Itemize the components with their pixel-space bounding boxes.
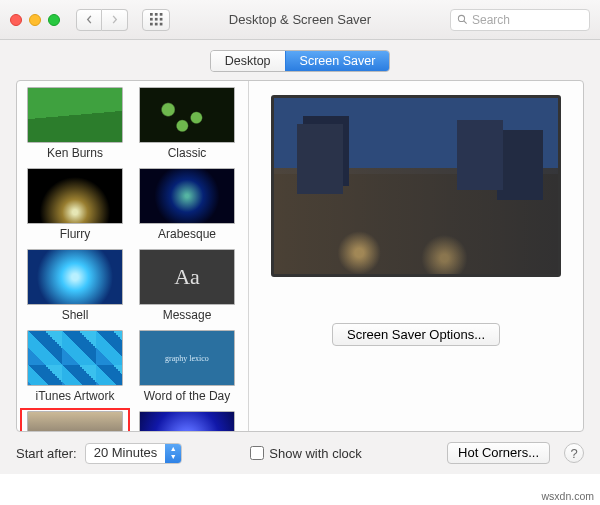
- saver-list[interactable]: Ken BurnsClassicFlurryArabesqueShellAaMe…: [17, 81, 249, 431]
- saver-item-message[interactable]: AaMessage: [133, 247, 241, 326]
- saver-thumb: [27, 249, 123, 305]
- show-with-clock-input[interactable]: [250, 446, 264, 460]
- saver-thumb: [27, 411, 123, 431]
- saver-label: Word of the Day: [141, 389, 233, 405]
- tab-desktop[interactable]: Desktop: [211, 51, 285, 71]
- window-controls: [10, 14, 60, 26]
- saver-item-itunes[interactable]: iTunes Artwork: [21, 328, 129, 407]
- svg-rect-2: [159, 13, 162, 16]
- show-with-clock-checkbox[interactable]: Show with clock: [250, 446, 361, 461]
- hot-corners-button[interactable]: Hot Corners...: [447, 442, 550, 464]
- show-with-clock-label: Show with clock: [269, 446, 361, 461]
- screensaver-options-button[interactable]: Screen Saver Options...: [332, 323, 500, 346]
- search-placeholder: Search: [472, 13, 510, 27]
- zoom-window-button[interactable]: [48, 14, 60, 26]
- saver-thumb: [27, 168, 123, 224]
- watermark: wsxdn.com: [541, 490, 594, 502]
- saver-label: Shell: [59, 308, 92, 324]
- saver-label: Classic: [165, 146, 210, 162]
- saver-label: Arabesque: [155, 227, 219, 243]
- svg-line-10: [464, 21, 467, 24]
- svg-rect-0: [150, 13, 153, 16]
- svg-rect-5: [159, 18, 162, 21]
- saver-item-shell[interactable]: Shell: [21, 247, 129, 326]
- svg-rect-3: [150, 18, 153, 21]
- saver-label: Flurry: [57, 227, 94, 243]
- minimize-window-button[interactable]: [29, 14, 41, 26]
- saver-thumb: [27, 87, 123, 143]
- search-field[interactable]: Search: [450, 9, 590, 31]
- saver-item-kenburns[interactable]: Ken Burns: [21, 85, 129, 164]
- back-button[interactable]: [76, 9, 102, 31]
- stepper-icon: ▲▼: [165, 444, 181, 463]
- search-icon: [457, 14, 468, 25]
- start-after-value: 20 Minutes: [86, 444, 166, 463]
- saver-label: Ken Burns: [44, 146, 106, 162]
- screensaver-preview: [271, 95, 561, 277]
- svg-rect-4: [154, 18, 157, 21]
- close-window-button[interactable]: [10, 14, 22, 26]
- svg-rect-7: [154, 23, 157, 26]
- saver-item-flurry[interactable]: Flurry: [21, 166, 129, 245]
- saver-label: Message: [160, 308, 215, 324]
- saver-item-classic[interactable]: Classic: [133, 85, 241, 164]
- titlebar: Desktop & Screen Saver Search: [0, 0, 600, 40]
- footer: Start after: 20 Minutes ▲▼ Show with clo…: [0, 432, 600, 474]
- history-nav: [76, 9, 128, 31]
- saver-label: iTunes Artwork: [33, 389, 118, 405]
- window-title: Desktop & Screen Saver: [229, 12, 371, 27]
- saver-item-random[interactable]: Random: [133, 409, 241, 431]
- saver-thumb: [139, 168, 235, 224]
- saver-item-aerial[interactable]: Aerial: [21, 409, 129, 431]
- svg-rect-6: [150, 23, 153, 26]
- content: Ken BurnsClassicFlurryArabesqueShellAaMe…: [0, 80, 600, 432]
- saver-item-wotd[interactable]: graphy lexicoWord of the Day: [133, 328, 241, 407]
- forward-button[interactable]: [102, 9, 128, 31]
- tab-screensaver[interactable]: Screen Saver: [285, 51, 390, 71]
- preview-pane: Screen Saver Options...: [249, 81, 583, 431]
- svg-rect-1: [154, 13, 157, 16]
- tab-segmented-control: Desktop Screen Saver: [210, 50, 391, 72]
- svg-point-9: [458, 15, 464, 21]
- screensaver-panel: Ken BurnsClassicFlurryArabesqueShellAaMe…: [16, 80, 584, 432]
- help-button[interactable]: ?: [564, 443, 584, 463]
- start-after-select[interactable]: 20 Minutes ▲▼: [85, 443, 183, 464]
- svg-rect-8: [159, 23, 162, 26]
- saver-thumb: graphy lexico: [139, 330, 235, 386]
- preferences-window: Desktop & Screen Saver Search Desktop Sc…: [0, 0, 600, 474]
- tab-bar: Desktop Screen Saver: [0, 40, 600, 80]
- saver-item-arabesque[interactable]: Arabesque: [133, 166, 241, 245]
- saver-thumb: [139, 87, 235, 143]
- start-after-label: Start after:: [16, 446, 77, 461]
- saver-thumb: Aa: [139, 249, 235, 305]
- show-all-button[interactable]: [142, 9, 170, 31]
- saver-thumb: [139, 411, 235, 431]
- saver-thumb: [27, 330, 123, 386]
